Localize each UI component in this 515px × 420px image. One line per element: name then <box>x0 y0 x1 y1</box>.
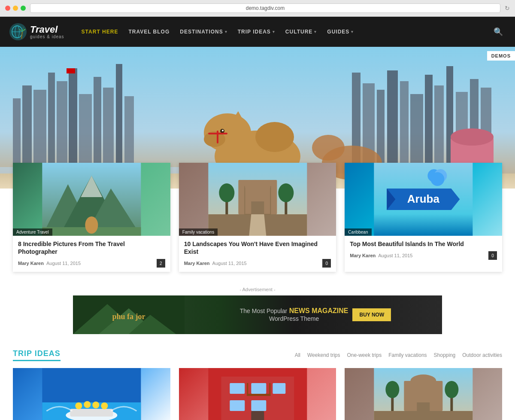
site-logo[interactable]: Travel guides & ideas <box>9 22 64 41</box>
svg-point-73 <box>431 172 445 186</box>
card-image-0[interactable]: Adventure Travel <box>13 163 170 236</box>
svg-rect-103 <box>417 402 430 411</box>
svg-point-107 <box>445 381 459 398</box>
svg-rect-100 <box>374 411 473 420</box>
card-date: August 11, 2015 <box>46 261 81 266</box>
article-card: Family vacations10 Landscapes You Won't … <box>179 163 336 272</box>
demos-button[interactable]: DEMOS <box>487 51 515 61</box>
section-header: TRIP IDEAS AllWeekend tripsOne-week trip… <box>13 349 502 361</box>
ad-section: - Advertisement - 728 x 90 Ad phu fa jor… <box>0 280 515 341</box>
section-title: TRIP IDEAS <box>13 349 61 361</box>
card-comment-count[interactable]: 2 <box>157 259 165 268</box>
nav-item-start-here[interactable]: START HERE <box>77 25 123 38</box>
svg-rect-43 <box>217 131 218 143</box>
ad-highlight-news: NEWS MAGAZINE <box>289 307 348 314</box>
chevron-down-icon: ▾ <box>351 30 354 34</box>
search-icon[interactable]: 🔍 <box>490 24 506 40</box>
card-body: 10 Landscapes You Won't Have Even Imagin… <box>179 236 336 272</box>
section-filters: AllWeekend tripsOne-week tripsFamily vac… <box>295 352 502 358</box>
svg-point-102 <box>411 374 436 387</box>
chevron-down-icon: ▾ <box>225 30 227 34</box>
nav-item-guides[interactable]: GUIDES▾ <box>323 25 358 38</box>
logo-brand-name: Travel <box>30 25 64 34</box>
card-title[interactable]: Top Most Beautiful Islands In The World <box>350 240 497 248</box>
trip-card-image-0[interactable]: Outdoor activities <box>13 368 170 420</box>
svg-point-47 <box>451 128 494 146</box>
filter-item-one-week-trips[interactable]: One-week trips <box>347 352 382 358</box>
logo-tagline: guides & ideas <box>30 34 64 39</box>
trip-card-image-1[interactable]: Shopping <box>179 368 336 420</box>
svg-rect-48 <box>67 68 75 73</box>
svg-rect-97 <box>269 383 270 396</box>
close-button-traffic[interactable] <box>5 6 10 11</box>
card-category[interactable]: Adventure Travel <box>13 228 52 236</box>
trip-card: Family vacations10 Landscapes You Won't … <box>345 368 502 420</box>
svg-rect-95 <box>247 394 270 396</box>
browser-chrome: demo.tagdiv.com ↻ <box>0 0 515 17</box>
filter-item-shopping[interactable]: Shopping <box>434 352 456 358</box>
card-author[interactable]: Mary Karen <box>350 253 376 258</box>
refresh-icon[interactable]: ↻ <box>505 5 510 12</box>
svg-rect-82 <box>70 409 113 417</box>
svg-rect-15 <box>116 64 122 176</box>
article-card: Adventure Travel8 Incredible Pictures Fr… <box>13 163 170 272</box>
article-card: Aruba CaribbeanTop Most Beautiful Island… <box>345 163 502 272</box>
card-category[interactable]: Caribbean <box>345 228 371 236</box>
filter-item-weekend-trips[interactable]: Weekend trips <box>307 352 340 358</box>
ad-label: - Advertisement - <box>13 287 502 292</box>
card-meta: Mary KarenAugust 11, 20152 <box>18 259 165 268</box>
card-body: Top Most Beautiful Islands In The WorldM… <box>345 236 502 264</box>
svg-point-83 <box>75 402 82 409</box>
trip-card-image-2[interactable]: Family vacations <box>345 368 502 420</box>
svg-rect-61 <box>251 201 264 214</box>
card-meta: Mary KarenAugust 11, 20150 <box>350 251 497 260</box>
card-image-1[interactable]: Family vacations <box>179 163 336 236</box>
ad-description: The Most Popular NEWS MAGAZINE WordPress… <box>240 307 348 323</box>
article-grid: Adventure Travel8 Incredible Pictures Fr… <box>0 163 515 272</box>
logo-icon <box>9 22 27 41</box>
card-comment-count[interactable]: 0 <box>488 251 497 260</box>
ad-main-text: The Most Popular <box>240 307 288 314</box>
ad-buy-button[interactable]: BUY NOW <box>352 308 391 321</box>
trip-card: Outdoor activitiesThe river wild: Whitew… <box>13 368 170 420</box>
svg-point-37 <box>255 122 294 152</box>
card-body: 8 Incredible Pictures From The Travel Ph… <box>13 236 170 272</box>
trip-card: ShoppingRomantic Getaway: Long Weekend i… <box>179 368 336 420</box>
svg-rect-91 <box>251 383 266 394</box>
nav-item-destinations[interactable]: DESTINATIONS▾ <box>176 25 231 38</box>
card-comment-count[interactable]: 0 <box>322 259 331 268</box>
filter-item-all[interactable]: All <box>295 352 300 358</box>
url-bar[interactable]: demo.tagdiv.com <box>30 3 500 13</box>
maximize-button-traffic[interactable] <box>21 6 26 11</box>
filter-item-outdoor-activities[interactable]: Outdoor activities <box>462 352 502 358</box>
card-date: August 11, 2015 <box>212 261 247 266</box>
filter-item-family-vacations[interactable]: Family vacations <box>388 352 427 358</box>
nav-item-culture[interactable]: CULTURE▾ <box>281 25 321 38</box>
main-nav: START HERETRAVEL BLOGDESTINATIONS▾TRIP I… <box>77 25 490 38</box>
nav-item-travel-blog[interactable]: TRAVEL BLOG <box>124 25 174 38</box>
trip-grid: Outdoor activitiesThe river wild: Whitew… <box>13 368 502 420</box>
svg-text:Aruba: Aruba <box>407 192 440 205</box>
card-author[interactable]: Mary Karen <box>18 261 44 266</box>
svg-rect-7 <box>22 85 32 176</box>
trip-ideas-section: TRIP IDEAS AllWeekend tripsOne-week trip… <box>0 341 515 420</box>
card-image-2[interactable]: Aruba Caribbean <box>345 163 502 236</box>
nav-item-trip-ideas[interactable]: TRIP IDEAS▾ <box>233 25 279 38</box>
card-meta: Mary KarenAugust 11, 20150 <box>184 259 331 268</box>
minimize-button-traffic[interactable] <box>13 6 18 11</box>
card-title[interactable]: 8 Incredible Pictures From The Travel Ph… <box>18 240 165 256</box>
chevron-down-icon: ▾ <box>314 30 317 34</box>
logo-text: Travel guides & ideas <box>30 25 64 39</box>
svg-point-84 <box>84 401 91 408</box>
svg-rect-93 <box>230 400 245 411</box>
svg-point-65 <box>278 183 294 202</box>
card-title[interactable]: 10 Landscapes You Won't Have Even Imagin… <box>184 240 331 256</box>
svg-point-60 <box>245 180 270 193</box>
svg-rect-92 <box>273 383 285 394</box>
svg-point-63 <box>219 183 234 202</box>
svg-point-86 <box>101 402 108 409</box>
ad-banner[interactable]: 728 x 90 Ad phu fa jor The Most Popular … <box>73 295 442 334</box>
card-category[interactable]: Family vacations <box>179 228 218 236</box>
card-author[interactable]: Mary Karen <box>184 261 210 266</box>
traffic-lights <box>5 6 26 11</box>
